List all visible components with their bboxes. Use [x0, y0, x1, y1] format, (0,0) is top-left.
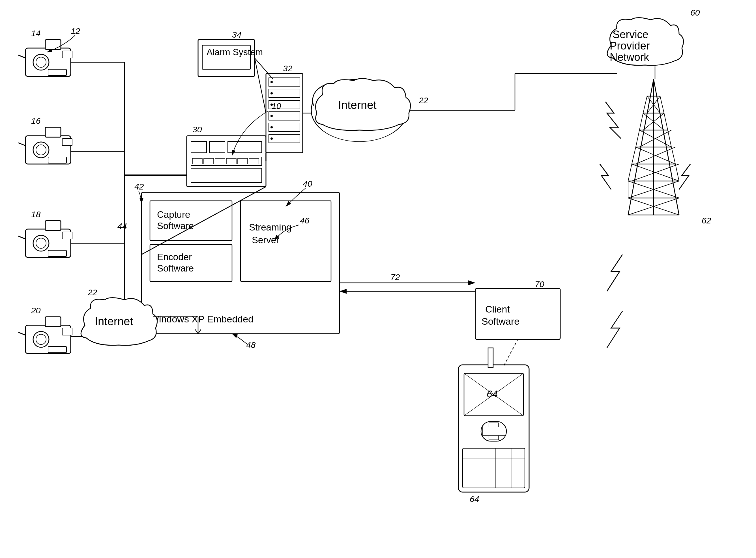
mobile-device-64: 64: [458, 348, 529, 492]
label-20: 20: [31, 306, 41, 315]
svg-point-63: [270, 137, 273, 140]
svg-text:Server: Server: [252, 235, 279, 245]
dvr-recorder-30: [187, 136, 266, 187]
svg-text:Internet: Internet: [95, 315, 133, 328]
alarm-system-34: [198, 40, 254, 76]
svg-point-5: [36, 57, 46, 67]
label-12: 12: [71, 26, 80, 36]
svg-text:Provider: Provider: [610, 40, 650, 52]
svg-rect-38: [191, 142, 206, 153]
label-40: 40: [303, 179, 312, 188]
svg-rect-21: [48, 250, 67, 256]
svg-rect-53: [269, 89, 300, 98]
label-16: 16: [31, 116, 41, 126]
label-14: 14: [31, 29, 41, 38]
svg-rect-20: [45, 221, 61, 230]
patent-diagram: 14 16 18 20 12 30: [0, 0, 756, 558]
label-22a: 22: [418, 96, 429, 105]
service-provider-cloud: Service Provider Network: [607, 18, 683, 66]
label-30: 30: [192, 125, 202, 134]
label-42: 42: [135, 182, 144, 191]
svg-text:Network: Network: [610, 51, 649, 63]
svg-rect-39: [210, 142, 225, 153]
svg-text:64: 64: [487, 388, 498, 399]
svg-rect-52: [269, 78, 300, 86]
svg-point-61: [270, 115, 273, 117]
svg-text:Capture: Capture: [157, 209, 190, 220]
svg-point-62: [270, 126, 273, 128]
svg-rect-28: [48, 347, 67, 353]
label-48: 48: [246, 340, 256, 350]
svg-rect-8: [62, 51, 72, 58]
svg-rect-7: [48, 69, 67, 76]
internet-cloud-bottom: Internet: [81, 298, 157, 346]
label-34: 34: [232, 30, 241, 39]
label-70: 70: [535, 279, 544, 289]
svg-rect-148: [482, 427, 505, 435]
svg-rect-40: [228, 142, 262, 153]
svg-point-58: [270, 81, 273, 83]
svg-rect-13: [45, 127, 61, 137]
label-72: 72: [390, 272, 400, 282]
client-software-box: Client Software: [475, 288, 560, 339]
label-60: 60: [690, 8, 700, 17]
label-44: 44: [117, 222, 127, 231]
label-46: 46: [300, 216, 310, 225]
svg-rect-22: [62, 232, 72, 239]
svg-rect-46: [238, 158, 248, 164]
svg-rect-29: [62, 328, 72, 335]
svg-point-59: [270, 92, 273, 95]
svg-point-12: [36, 145, 46, 155]
svg-rect-6: [45, 40, 61, 50]
label-62: 62: [702, 216, 711, 225]
svg-rect-44: [215, 158, 225, 164]
label-22b: 22: [88, 288, 97, 297]
svg-text:Client: Client: [485, 304, 510, 314]
label-32: 32: [283, 64, 293, 73]
svg-point-26: [36, 334, 46, 345]
svg-rect-14: [48, 157, 67, 163]
svg-text:Internet: Internet: [338, 99, 376, 111]
software-box-40: Windows XP Embedded Capture Software Enc…: [142, 192, 340, 334]
svg-rect-48: [191, 168, 262, 182]
alarm-system-label: Alarm System: [206, 47, 263, 57]
svg-text:Encoder: Encoder: [157, 252, 192, 262]
svg-rect-57: [269, 134, 300, 143]
label-64-outer: 64: [470, 494, 479, 504]
svg-rect-27: [45, 317, 61, 327]
svg-rect-45: [226, 158, 236, 164]
svg-rect-55: [269, 112, 300, 120]
windows-xp-label: Windows XP Embedded: [150, 314, 253, 324]
label-10: 10: [272, 101, 281, 110]
svg-text:Software: Software: [157, 221, 194, 231]
svg-text:Software: Software: [157, 263, 194, 274]
svg-rect-15: [62, 138, 72, 146]
server-32: [266, 74, 303, 153]
svg-rect-42: [192, 158, 202, 164]
svg-rect-47: [249, 158, 259, 164]
svg-text:Service: Service: [613, 29, 649, 41]
svg-rect-141: [488, 348, 493, 367]
svg-rect-43: [204, 158, 214, 164]
svg-rect-56: [269, 123, 300, 131]
svg-text:Software: Software: [482, 316, 519, 327]
label-18: 18: [31, 209, 41, 219]
svg-point-19: [36, 238, 46, 248]
